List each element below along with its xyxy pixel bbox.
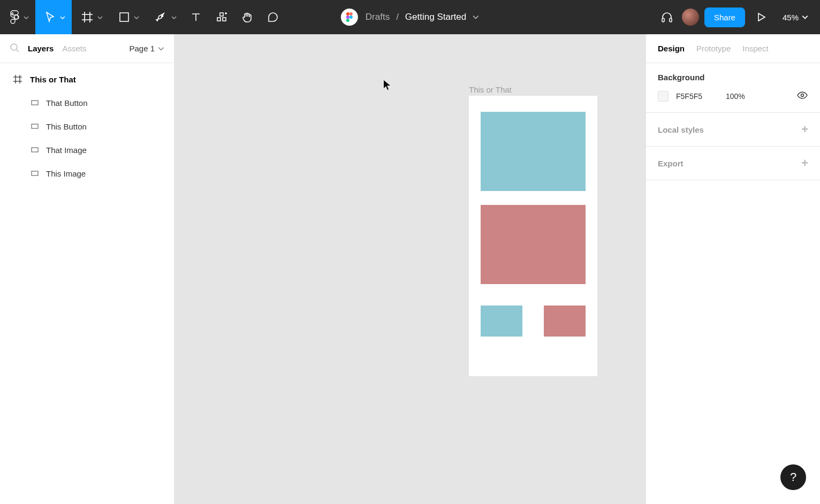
breadcrumb[interactable]: Drafts / Getting Started [366, 12, 479, 22]
canvas-this-button[interactable] [481, 306, 522, 337]
visibility-toggle[interactable] [796, 89, 808, 103]
move-tool-icon [45, 11, 56, 23]
frame-tool-icon [81, 11, 93, 23]
layer-this-image[interactable]: This Image [0, 162, 174, 185]
zoom-dropdown[interactable]: 45% [777, 13, 808, 22]
shape-tool-button[interactable] [109, 0, 146, 34]
tab-design[interactable]: Design [658, 44, 685, 53]
chevron-down-icon [158, 45, 164, 52]
chevron-down-icon [97, 15, 102, 19]
audio-button[interactable] [657, 0, 677, 34]
svg-rect-7 [217, 18, 221, 21]
chevron-down-icon [24, 15, 28, 19]
rectangle-icon [31, 123, 39, 130]
help-button[interactable]: ? [780, 464, 806, 490]
figma-menu-button[interactable] [0, 0, 35, 34]
canvas-this-image[interactable] [481, 112, 586, 191]
page-select[interactable]: Page 1 [129, 44, 164, 53]
headphones-icon [660, 11, 673, 24]
breadcrumb-file: Getting Started [405, 12, 466, 22]
chevron-down-icon [802, 14, 808, 20]
chevron-down-icon [134, 15, 138, 19]
svg-point-16 [346, 19, 350, 22]
svg-point-19 [11, 44, 17, 50]
frame-tool-button[interactable] [72, 0, 109, 34]
zoom-value: 45% [783, 13, 799, 22]
tab-inspect[interactable]: Inspect [742, 44, 768, 53]
svg-rect-17 [662, 18, 664, 22]
rectangle-icon [31, 99, 39, 106]
rectangle-icon [31, 146, 39, 154]
design-panel: Design Prototype Inspect Background F5F5… [646, 34, 820, 504]
present-button[interactable] [750, 12, 772, 22]
comment-icon [267, 11, 279, 23]
layer-label: That Image [46, 146, 87, 155]
frame-title-label[interactable]: This or That [469, 85, 512, 94]
help-icon: ? [790, 470, 796, 484]
document-logo-icon [341, 9, 358, 26]
background-swatch[interactable] [658, 91, 669, 102]
chevron-down-icon [171, 15, 176, 19]
share-button[interactable]: Share [704, 7, 745, 27]
add-export-button[interactable]: + [801, 156, 808, 170]
svg-line-20 [17, 50, 19, 52]
chevron-down-icon [473, 14, 479, 20]
hand-tool-button[interactable] [234, 0, 260, 34]
svg-rect-25 [32, 101, 38, 105]
canvas[interactable]: This or That [174, 34, 646, 504]
tab-prototype[interactable]: Prototype [696, 44, 731, 53]
cursor-icon [383, 80, 392, 92]
breadcrumb-project: Drafts [366, 12, 390, 22]
local-styles-label: Local styles [658, 125, 704, 134]
svg-rect-27 [32, 148, 38, 152]
svg-point-29 [801, 94, 804, 97]
user-avatar[interactable] [682, 9, 699, 26]
tab-assets[interactable]: Assets [62, 44, 86, 53]
move-tool-button[interactable] [35, 0, 72, 34]
canvas-that-image[interactable] [481, 205, 586, 284]
figma-logo-icon [10, 10, 19, 24]
eye-icon [796, 89, 808, 101]
breadcrumb-separator: / [396, 12, 399, 22]
background-opacity[interactable]: 100% [726, 92, 745, 101]
svg-point-15 [350, 16, 353, 19]
rectangle-tool-icon [119, 12, 130, 22]
layer-that-image[interactable]: That Image [0, 138, 174, 162]
layer-label: This or That [30, 75, 76, 84]
canvas-frame[interactable] [469, 96, 597, 376]
background-hex[interactable]: F5F5F5 [676, 92, 702, 101]
frame-icon [13, 74, 22, 84]
hand-tool-icon [241, 11, 253, 23]
resources-tool-button[interactable] [209, 0, 234, 34]
chevron-down-icon [60, 15, 64, 19]
text-tool-icon [190, 11, 202, 23]
layer-frame-this-or-that[interactable]: This or That [0, 67, 174, 91]
text-tool-button[interactable] [183, 0, 209, 34]
svg-rect-5 [120, 13, 128, 21]
layer-label: This Image [46, 169, 86, 178]
svg-rect-9 [220, 13, 223, 16]
svg-point-13 [350, 12, 353, 16]
play-icon [756, 12, 766, 22]
svg-rect-8 [223, 18, 226, 21]
tab-layers[interactable]: Layers [28, 44, 54, 53]
svg-rect-26 [32, 124, 38, 128]
export-label: Export [658, 159, 684, 168]
add-local-style-button[interactable]: + [801, 123, 808, 136]
layer-this-button[interactable]: This Button [0, 114, 174, 138]
canvas-that-button[interactable] [544, 306, 586, 337]
svg-rect-18 [670, 18, 672, 22]
rectangle-icon [31, 170, 39, 177]
search-icon[interactable] [10, 43, 19, 54]
layer-that-button[interactable]: That Button [0, 91, 174, 114]
svg-point-14 [346, 16, 350, 19]
layer-label: That Button [46, 98, 88, 108]
comment-tool-button[interactable] [260, 0, 286, 34]
background-section-title: Background [658, 73, 808, 82]
svg-rect-28 [32, 171, 38, 175]
svg-point-12 [346, 12, 350, 16]
page-label: Page 1 [129, 44, 155, 53]
pen-tool-icon [155, 11, 167, 23]
pen-tool-button[interactable] [146, 0, 183, 34]
layer-label: This Button [46, 122, 87, 131]
